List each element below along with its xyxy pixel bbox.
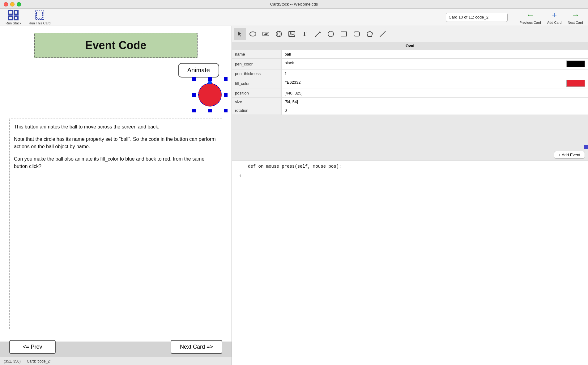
event-code-label[interactable]: Event Code: [34, 33, 198, 58]
prop-val-pen-thickness[interactable]: 1: [281, 69, 588, 78]
handle-tl: [192, 77, 196, 81]
tool-palette: T: [232, 26, 588, 42]
coords-display: (351, 350): [4, 359, 21, 363]
next-card-button[interactable]: → Next Card: [566, 10, 585, 25]
ball-container[interactable]: [190, 75, 230, 115]
ball-oval[interactable]: [198, 83, 222, 107]
tool-image[interactable]: [286, 28, 298, 40]
prop-key-pen-color: pen_color: [232, 59, 281, 69]
tool-arrow[interactable]: [234, 28, 246, 40]
svg-rect-10: [36, 12, 43, 18]
tool-round-rect[interactable]: [351, 28, 363, 40]
prop-key-name: name: [232, 50, 281, 59]
run-stack-icon: [8, 10, 19, 21]
props-header: Oval: [232, 42, 588, 50]
line-numbers: 1: [232, 164, 244, 362]
right-panel: T: [232, 26, 588, 365]
code-content[interactable]: def on_mouse_press(self, mouse_pos):: [244, 164, 588, 362]
tool-rect[interactable]: [338, 28, 350, 40]
previous-card-button[interactable]: ← Previous Card: [518, 10, 543, 25]
prop-val-pen-color[interactable]: black: [281, 59, 588, 69]
notes-area[interactable]: [232, 115, 588, 149]
line-num-1: 1: [234, 174, 241, 178]
svg-line-31: [380, 31, 386, 37]
prop-key-rotation: rotation: [232, 106, 281, 115]
tool-polygon[interactable]: [364, 28, 376, 40]
tool-keyboard[interactable]: [260, 28, 272, 40]
svg-rect-8: [15, 16, 18, 19]
prop-key-size: size: [232, 98, 281, 106]
prop-val-position[interactable]: [440, 325]: [281, 89, 588, 98]
add-card-button[interactable]: + Add Card: [545, 10, 563, 25]
svg-point-27: [328, 31, 334, 37]
add-card-icon: +: [552, 10, 557, 20]
window-title: CardStock -- Welcome.cds: [270, 2, 318, 6]
notes-resize-handle[interactable]: [584, 145, 588, 149]
main-content: Event Code Animate: [0, 26, 588, 365]
tool-line[interactable]: [377, 28, 389, 40]
window-controls: [4, 2, 21, 6]
svg-point-11: [250, 32, 256, 36]
ball-top-handle: [208, 81, 212, 84]
prev-card-button[interactable]: <= Prev: [9, 340, 56, 354]
prop-val-size[interactable]: [54, 54]: [281, 98, 588, 106]
svg-rect-28: [341, 32, 347, 36]
pen-color-swatch[interactable]: [566, 61, 585, 67]
svg-text:T: T: [303, 31, 306, 37]
prop-row-size: size [54, 54]: [232, 98, 588, 106]
run-stack-label: Run Stack: [6, 21, 21, 25]
handle-bc: [208, 109, 212, 112]
card-selector[interactable]: Card 10 of 11: code_2: [446, 13, 508, 22]
next-card-icon: →: [571, 10, 580, 20]
handle-bl: [192, 109, 196, 112]
statusbar: (351, 350) Card: 'code_2': [0, 357, 232, 365]
maximize-button[interactable]: [17, 2, 21, 6]
svg-rect-1: [9, 11, 12, 14]
tool-oval-shape[interactable]: [247, 28, 259, 40]
add-card-label: Add Card: [547, 21, 561, 24]
prop-key-fill-color: fill_color: [232, 78, 281, 89]
desc-para-2: Note that the circle has its name proper…: [14, 136, 218, 150]
prop-row-fill-color: fill_color #E62332: [232, 78, 588, 89]
prop-row-pen-thickness: pen_thickness 1: [232, 69, 588, 78]
handle-mr: [224, 93, 228, 97]
close-button[interactable]: [4, 2, 8, 6]
run-stack-button[interactable]: Run Stack: [3, 8, 24, 26]
code-panel: + Add Event 1 def on_mouse_press(self, m…: [232, 149, 588, 365]
minimize-button[interactable]: [10, 2, 15, 6]
svg-marker-30: [367, 31, 373, 36]
desc-para-3: Can you make the ball also animate its f…: [14, 155, 218, 170]
svg-rect-21: [289, 31, 295, 36]
tool-circle[interactable]: [325, 28, 337, 40]
card-area[interactable]: Event Code Animate: [0, 26, 232, 357]
next-card-button-main[interactable]: Next Card =>: [171, 340, 222, 354]
svg-rect-4: [15, 11, 18, 14]
previous-card-label: Previous Card: [519, 21, 541, 24]
run-card-button[interactable]: Run This Card: [26, 8, 53, 26]
prop-val-rotation[interactable]: 0: [281, 106, 588, 115]
prop-key-pen-thickness: pen_thickness: [232, 69, 281, 78]
card-nav: <= Prev Next Card =>: [0, 340, 232, 354]
code-toolbar: + Add Event: [232, 149, 588, 161]
description-area: This button animates the ball to move ac…: [9, 119, 222, 329]
properties-table: name ball pen_color black pen_thickness …: [232, 50, 588, 115]
tool-text[interactable]: T: [299, 28, 311, 40]
prop-val-name[interactable]: ball: [281, 50, 588, 59]
svg-rect-6: [9, 16, 12, 19]
previous-card-icon: ←: [526, 10, 535, 20]
svg-rect-12: [263, 32, 269, 36]
add-event-button[interactable]: + Add Event: [554, 151, 585, 159]
code-editor[interactable]: 1 def on_mouse_press(self, mouse_pos):: [232, 161, 588, 365]
desc-para-1: This button animates the ball to move ac…: [14, 123, 218, 131]
card-canvas: Event Code Animate: [0, 26, 232, 365]
card-selector-wrap: Card 10 of 11: code_2: [446, 13, 508, 22]
prop-row-name: name ball: [232, 50, 588, 59]
run-card-icon: [34, 10, 45, 21]
prop-val-fill-color[interactable]: #E62332: [281, 78, 588, 89]
tool-pen[interactable]: [312, 28, 324, 40]
handle-ml: [192, 93, 196, 97]
card-name-display: Card: 'code_2': [27, 359, 51, 363]
fill-color-swatch[interactable]: [566, 80, 585, 87]
tool-globe[interactable]: [273, 28, 285, 40]
svg-line-24: [315, 32, 320, 36]
